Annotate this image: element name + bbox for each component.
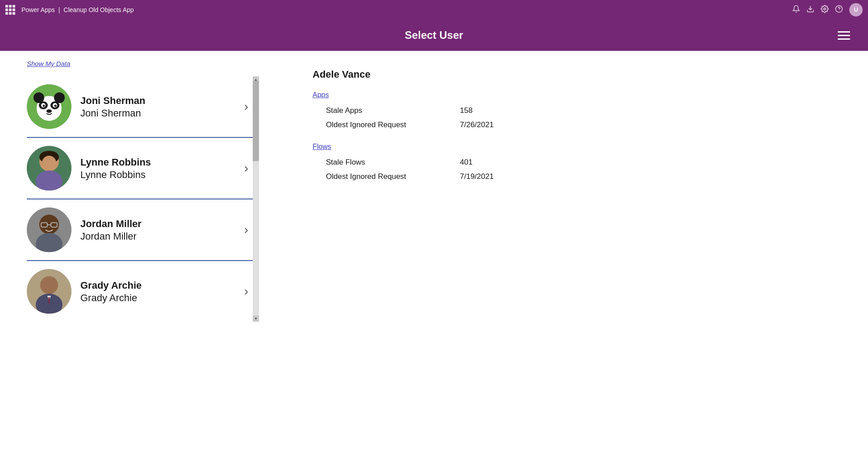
scrollbar-arrow-down[interactable]: ▼ xyxy=(253,315,259,322)
topbar-app-name: Power Apps xyxy=(21,6,55,13)
svg-point-14 xyxy=(46,109,52,113)
topbar-left: Power Apps | Cleanup Old Objects App xyxy=(5,5,134,15)
list-scroll-container: Joni Sherman Joni Sherman › xyxy=(27,76,259,322)
user-info-grady-archie: Grady Archie Grady Archie xyxy=(80,279,244,304)
user-info-lynne-robbins: Lynne Robbins Lynne Robbins xyxy=(80,156,244,181)
topbar: Power Apps | Cleanup Old Objects App xyxy=(0,0,868,20)
main-content: Show My Data xyxy=(0,51,868,460)
chevron-right-lynne-robbins[interactable]: › xyxy=(244,161,248,175)
user-name-primary-joni-sherman: Joni Sherman xyxy=(80,94,244,108)
avatar-lynne-robbins xyxy=(27,146,71,191)
user-info-joni-sherman: Joni Sherman Joni Sherman xyxy=(80,94,244,120)
left-panel: Show My Data xyxy=(0,51,286,460)
stat-label-stale-apps: Stale Apps xyxy=(326,106,460,115)
stat-row-oldest-ignored-flows: Oldest Ignored Request 7/19/2021 xyxy=(326,172,841,181)
stat-label-oldest-ignored-flows: Oldest Ignored Request xyxy=(326,172,460,181)
flows-stats-table: Stale Flows 401 Oldest Ignored Request 7… xyxy=(326,158,841,181)
chevron-right-joni-sherman[interactable]: › xyxy=(244,99,248,114)
settings-icon[interactable] xyxy=(821,5,829,15)
stat-row-oldest-ignored-apps: Oldest Ignored Request 7/26/2021 xyxy=(326,120,841,129)
user-name-secondary-grady-archie: Grady Archie xyxy=(80,292,244,304)
stat-value-oldest-ignored-apps: 7/26/2021 xyxy=(460,120,494,129)
apps-section: Apps Stale Apps 158 Oldest Ignored Reque… xyxy=(313,91,841,129)
topbar-separator: | xyxy=(58,6,60,13)
user-name-secondary-lynne-robbins: Lynne Robbins xyxy=(80,169,244,181)
chevron-right-grady-archie[interactable]: › xyxy=(244,284,248,298)
right-panel: Adele Vance Apps Stale Apps 158 Oldest I… xyxy=(286,51,868,460)
avatar-joni-sherman xyxy=(27,84,71,129)
stat-value-stale-apps: 158 xyxy=(460,106,472,115)
user-item-jordan-miller[interactable]: Jordan Miller Jordan Miller › xyxy=(27,199,253,261)
avatar-grady-archie xyxy=(27,269,71,314)
flows-section-link[interactable]: Flows xyxy=(313,143,331,151)
user-name-secondary-joni-sherman: Joni Sherman xyxy=(80,108,244,119)
hamburger-menu-button[interactable] xyxy=(838,31,850,40)
apps-stats-table: Stale Apps 158 Oldest Ignored Request 7/… xyxy=(326,106,841,129)
help-icon[interactable] xyxy=(835,5,843,15)
user-info-jordan-miller: Jordan Miller Jordan Miller xyxy=(80,217,244,243)
selected-user-name: Adele Vance xyxy=(313,69,841,80)
user-name-primary-lynne-robbins: Lynne Robbins xyxy=(80,156,244,170)
header-bar: Select User xyxy=(0,20,868,51)
stat-label-stale-flows: Stale Flows xyxy=(326,158,460,167)
apps-grid-icon[interactable] xyxy=(5,5,15,15)
flows-section: Flows Stale Flows 401 Oldest Ignored Req… xyxy=(313,143,841,181)
user-avatar-topbar[interactable]: U xyxy=(849,3,863,17)
topbar-right: U xyxy=(792,3,863,17)
apps-section-link[interactable]: Apps xyxy=(313,91,329,99)
user-item-joni-sherman[interactable]: Joni Sherman Joni Sherman › xyxy=(27,76,253,138)
notification-icon[interactable] xyxy=(792,5,800,15)
svg-point-19 xyxy=(42,156,56,170)
topbar-app-title: Cleanup Old Objects App xyxy=(63,6,134,13)
user-item-lynne-robbins[interactable]: Lynne Robbins Lynne Robbins › xyxy=(27,138,253,199)
scrollbar[interactable]: ▲ ▼ xyxy=(253,76,259,322)
chevron-right-jordan-miller[interactable]: › xyxy=(244,223,248,237)
show-my-data-link[interactable]: Show My Data xyxy=(27,60,71,67)
scrollbar-thumb[interactable] xyxy=(253,81,259,161)
download-icon[interactable] xyxy=(806,5,814,15)
user-name-primary-grady-archie: Grady Archie xyxy=(80,279,244,293)
svg-point-13 xyxy=(54,105,57,107)
avatar-jordan-miller xyxy=(27,207,71,252)
user-list: Joni Sherman Joni Sherman › xyxy=(27,76,253,322)
page-title: Select User xyxy=(295,29,572,41)
stat-row-stale-apps: Stale Apps 158 xyxy=(326,106,841,115)
stat-value-stale-flows: 401 xyxy=(460,158,472,167)
user-name-primary-jordan-miller: Jordan Miller xyxy=(80,217,244,231)
user-item-grady-archie[interactable]: Grady Archie Grady Archie › xyxy=(27,261,253,322)
svg-point-12 xyxy=(43,105,45,107)
user-name-secondary-jordan-miller: Jordan Miller xyxy=(80,231,244,242)
stat-label-oldest-ignored-apps: Oldest Ignored Request xyxy=(326,120,460,129)
stat-value-oldest-ignored-flows: 7/19/2021 xyxy=(460,172,494,181)
svg-point-27 xyxy=(40,276,58,294)
stat-row-stale-flows: Stale Flows 401 xyxy=(326,158,841,167)
svg-point-1 xyxy=(824,8,826,10)
